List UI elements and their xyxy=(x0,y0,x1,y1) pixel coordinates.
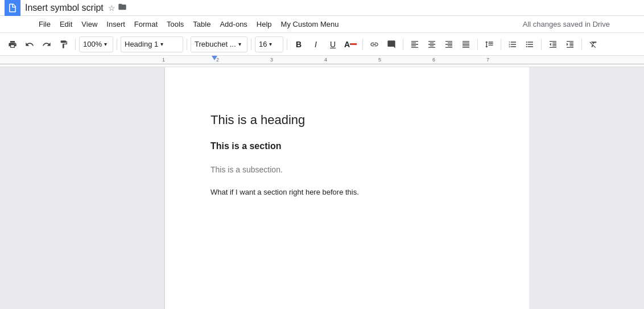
justify-button[interactable] xyxy=(458,36,474,52)
redo-button[interactable] xyxy=(39,36,55,52)
menu-format[interactable]: Format xyxy=(130,18,162,31)
menu-edit[interactable]: Edit xyxy=(55,18,77,31)
align-right-button[interactable] xyxy=(441,36,457,52)
menu-view[interactable]: View xyxy=(77,18,102,31)
document-page: This is a heading This is a section This… xyxy=(165,67,529,309)
separator-7 xyxy=(403,39,403,50)
numbered-list-button[interactable] xyxy=(505,36,521,52)
toolbar: 100% ▾ Heading 1 ▾ Trebuchet ... ▾ 16 ▾ … xyxy=(0,33,644,56)
left-margin xyxy=(0,67,165,309)
app-icon xyxy=(5,0,20,16)
document-body: What if I want a section right here befo… xyxy=(210,188,484,196)
undo-button[interactable] xyxy=(22,36,38,52)
decrease-indent-button[interactable] xyxy=(545,36,561,52)
document-heading: This is a heading xyxy=(210,113,484,127)
separator-8 xyxy=(477,39,478,50)
print-button[interactable] xyxy=(5,36,20,52)
separator-4 xyxy=(251,39,251,50)
style-arrow: ▾ xyxy=(160,41,163,47)
menu-addons[interactable]: Add-ons xyxy=(215,18,251,31)
menu-bar: File Edit View Insert Format Tools Table… xyxy=(0,16,644,33)
separator-10 xyxy=(541,39,542,50)
font-select[interactable]: Trebuchet ... ▾ xyxy=(191,36,247,52)
size-arrow: ▾ xyxy=(269,41,272,47)
bullet-list-button[interactable] xyxy=(522,36,538,52)
ruler: 1 2 3 4 5 6 7 xyxy=(0,56,644,67)
separator-6 xyxy=(362,39,363,50)
menu-custom[interactable]: My Custom Menu xyxy=(276,18,344,31)
right-margin xyxy=(529,67,644,309)
menu-file[interactable]: File xyxy=(34,18,55,31)
link-button[interactable] xyxy=(366,36,382,52)
comment-button[interactable] xyxy=(383,36,399,52)
style-select[interactable]: Heading 1 ▾ xyxy=(121,36,183,52)
font-arrow: ▾ xyxy=(238,41,241,47)
separator-11 xyxy=(581,39,582,50)
clear-formatting-button[interactable] xyxy=(585,36,601,52)
document-section: This is a section xyxy=(210,141,484,151)
zoom-arrow: ▾ xyxy=(104,41,107,47)
separator-9 xyxy=(501,39,501,50)
menu-insert[interactable]: Insert xyxy=(102,18,130,31)
align-left-button[interactable] xyxy=(407,36,423,52)
increase-indent-button[interactable] xyxy=(562,36,578,52)
save-status: All changes saved in Drive xyxy=(523,20,610,28)
document-subsection: This is a subsection. xyxy=(210,165,484,174)
separator-2 xyxy=(117,39,117,50)
zoom-select[interactable]: 100% ▾ xyxy=(79,36,113,52)
format-paint-button[interactable] xyxy=(56,36,72,52)
star-icon[interactable]: ☆ xyxy=(108,3,115,13)
menu-table[interactable]: Table xyxy=(188,18,215,31)
bold-button[interactable]: B xyxy=(291,36,307,52)
separator-5 xyxy=(287,39,287,50)
line-spacing-button[interactable] xyxy=(481,36,497,52)
menu-help[interactable]: Help xyxy=(252,18,276,31)
document-title: Insert symbol script xyxy=(25,3,104,13)
underline-button[interactable]: U xyxy=(325,36,341,52)
text-color-button[interactable]: A xyxy=(342,36,359,52)
folder-icon[interactable] xyxy=(118,2,127,13)
align-center-button[interactable] xyxy=(424,36,440,52)
separator-3 xyxy=(187,39,187,50)
document-area: This is a heading This is a section This… xyxy=(0,67,644,309)
menu-tools[interactable]: Tools xyxy=(162,18,188,31)
separator-1 xyxy=(75,39,76,50)
italic-button[interactable]: I xyxy=(308,36,324,52)
font-size-select[interactable]: 16 ▾ xyxy=(255,36,283,52)
title-bar: Insert symbol script ☆ xyxy=(0,0,644,16)
